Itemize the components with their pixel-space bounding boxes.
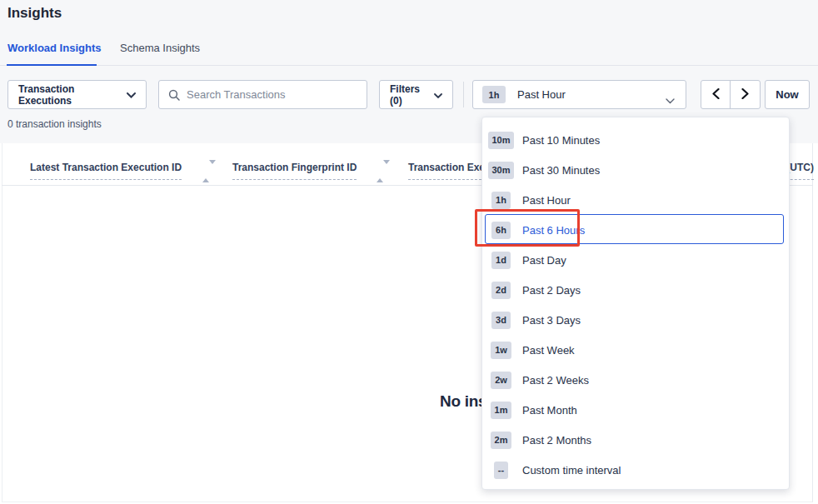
time-option-past-30-minutes[interactable]: 30mPast 30 Minutes [482,155,789,185]
chevron-down-icon [434,89,442,101]
previous-interval-button[interactable] [701,81,731,108]
time-option-custom-time-interval[interactable]: --Custom time interval [482,455,789,485]
time-option-badge: 1d [488,252,514,269]
time-option-badge: 1m [488,402,514,419]
time-option-label: Past Hour [522,194,571,207]
sort-icon[interactable] [202,164,209,179]
time-option-badge: 6h [488,222,514,239]
time-option-badge: 2m [488,432,514,449]
time-option-badge: 10m [488,132,514,149]
time-option-past-3-days[interactable]: 3dPast 3 Days [482,305,789,335]
time-option-badge: 2d [488,282,514,299]
chevron-left-icon [712,87,720,102]
filters-label: Filters (0) [390,83,427,107]
time-option-label: Past 10 Minutes [522,134,600,147]
time-option-label: Past 3 Days [522,314,581,327]
time-dropdown-menu: 10mPast 10 Minutes30mPast 30 Minutes1hPa… [481,117,790,490]
column-header-label[interactable]: Transaction Fingerprint ID [232,162,357,180]
time-option-label: Past 6 Hours [522,224,585,237]
time-nav-buttons [701,80,761,109]
column-header: Transaction Fingerprint ID [232,162,357,180]
time-option-past-day[interactable]: 1dPast Day [482,245,789,275]
time-option-label: Past 2 Months [522,434,591,447]
toolbar-separator [463,82,464,107]
chevron-down-icon [127,89,136,101]
transaction-type-dropdown[interactable]: Transaction Executions [7,80,147,109]
next-interval-button[interactable] [731,81,760,108]
time-option-badge: -- [488,462,514,479]
time-range-badge: 1h [482,86,506,103]
time-option-past-2-months[interactable]: 2mPast 2 Months [482,425,789,455]
column-header: Latest Transaction Execution ID [30,162,182,180]
time-option-label: Past 2 Days [522,284,581,297]
time-option-past-2-days[interactable]: 2dPast 2 Days [482,275,789,305]
time-option-label: Past 2 Weeks [522,374,589,387]
active-tab-underline [7,64,97,66]
tab-schema-insights[interactable]: Schema Insights [120,42,200,54]
filters-dropdown[interactable]: Filters (0) [379,80,453,109]
time-option-label: Past 30 Minutes [522,164,600,177]
tab-workload-insights[interactable]: Workload Insights [7,42,101,54]
time-range-dropdown[interactable]: 1h Past Hour [472,80,686,109]
now-button[interactable]: Now [765,80,810,109]
time-option-past-week[interactable]: 1wPast Week [482,335,789,365]
time-option-past-hour[interactable]: 1hPast Hour [482,185,789,215]
time-option-label: Past Month [522,404,577,417]
time-option-badge: 1w [488,342,514,359]
search-box [158,80,367,109]
time-option-label: Past Day [522,254,566,267]
time-option-label: Custom time interval [522,464,621,477]
time-option-past-2-weeks[interactable]: 2wPast 2 Weeks [482,365,789,395]
chevron-right-icon [741,87,749,102]
time-option-past-month[interactable]: 1mPast Month [482,395,789,425]
chevron-down-icon [666,92,675,107]
search-input[interactable] [187,82,362,107]
tab-bar-divider [0,65,818,66]
time-option-badge: 3d [488,312,514,329]
time-option-badge: 1h [488,192,514,209]
transaction-type-label: Transaction Executions [18,83,120,107]
insights-count-status: 0 transaction insights [7,118,102,130]
page-title: Insights [7,5,62,22]
time-option-past-10-minutes[interactable]: 10mPast 10 Minutes [482,125,789,155]
column-header-label[interactable]: Latest Transaction Execution ID [30,162,182,180]
time-option-past-6-hours[interactable]: 6hPast 6 Hours [482,215,789,245]
time-option-label: Past Week [522,344,575,357]
time-option-badge: 2w [488,372,514,389]
time-option-badge: 30m [488,162,514,179]
time-range-label: Past Hour [517,88,566,101]
sort-icon[interactable] [377,164,383,179]
